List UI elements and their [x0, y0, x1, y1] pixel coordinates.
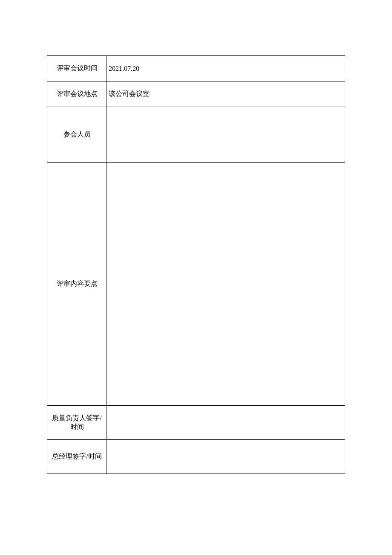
table-row: 评审会议时间 2021.07.20 — [47, 56, 345, 81]
meeting-time-label: 评审会议时间 — [47, 56, 107, 81]
attendees-label: 参会人员 — [47, 107, 107, 163]
review-content-label: 评审内容要点 — [47, 163, 107, 406]
table-row: 总经理签字/时间 — [47, 440, 345, 474]
table-row: 评审内容要点 — [47, 163, 345, 406]
table-row: 评审会议地点 该公司会议室 — [47, 81, 345, 107]
table-row: 参会人员 — [47, 107, 345, 163]
manager-signature-value — [107, 440, 345, 474]
attendees-value — [107, 107, 345, 163]
quality-signature-label: 质量负责人签字/时间 — [47, 406, 107, 440]
manager-signature-label: 总经理签字/时间 — [47, 440, 107, 474]
quality-signature-value — [107, 406, 345, 440]
review-content-value — [107, 163, 345, 406]
meeting-location-label: 评审会议地点 — [47, 81, 107, 107]
review-form-table: 评审会议时间 2021.07.20 评审会议地点 该公司会议室 参会人员 评审内… — [47, 55, 345, 474]
table-row: 质量负责人签字/时间 — [47, 406, 345, 440]
meeting-location-value: 该公司会议室 — [107, 81, 345, 107]
meeting-time-value: 2021.07.20 — [107, 56, 345, 81]
